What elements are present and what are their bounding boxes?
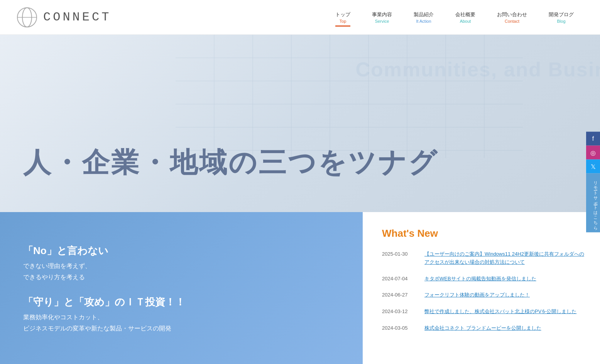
feature-desc-2-line1: 業務効率化やコストカット、 (23, 312, 340, 323)
right-panel: What's New 2025-01-30 【ユーザー向けのご案内】Window… (363, 212, 600, 364)
remote-support-button[interactable]: リモートサポートはこちら (586, 174, 600, 233)
nav-item-service[interactable]: 事業内容 Service (361, 11, 403, 24)
nav-item-blog[interactable]: 開発ブログ Blog (538, 11, 585, 24)
nav-jp-blog: 開発ブログ (549, 11, 574, 18)
hero-grid (176, 35, 523, 158)
instagram-icon: ◎ (590, 149, 596, 156)
whats-new-w: W (382, 228, 392, 239)
facebook-icon: f (592, 135, 594, 142)
facebook-button[interactable]: f (586, 132, 600, 146)
news-link-1[interactable]: 【ユーザー向けのご案内】Windows11 24H2更新後に共有フォルダへのアク… (424, 250, 585, 266)
news-item-2: 2024-07-04 キタボWEBサイトの掲載告知動画を発信しました (382, 275, 585, 283)
news-link-2[interactable]: キタボWEBサイトの掲載告知動画を発信しました (424, 275, 536, 283)
twitter-button[interactable]: 𝕏 (586, 160, 600, 174)
nav-jp-itaction: 製品紹介 (414, 11, 434, 18)
right-sidebar: f ◎ 𝕏 リモートサポートはこちら (586, 132, 600, 233)
nav-en-blog: Blog (557, 19, 565, 24)
nav-item-itaction[interactable]: 製品紹介 It Action (403, 11, 445, 24)
news-link-3[interactable]: フォークリフト体験の動画をアップしました！ (424, 291, 530, 299)
feature-title-1: 「No」と言わない (23, 244, 340, 258)
whats-new-title: What's New (382, 228, 585, 239)
hero-main-text: 人・企業・地域の三つをツナグ (23, 144, 438, 181)
logo-text: CONNECT (43, 10, 111, 24)
news-item-3: 2024-06-27 フォークリフト体験の動画をアップしました！ (382, 291, 585, 299)
news-date-2: 2024-07-04 (382, 275, 417, 281)
nav-en-service: Service (375, 19, 389, 24)
news-item-5: 2024-03-05 株式会社コネクト ブランドムービーを公開しました (382, 324, 585, 332)
twitter-icon: 𝕏 (591, 163, 596, 170)
whats-new-rest: hat's New (392, 228, 438, 239)
news-link-5[interactable]: 株式会社コネクト ブランドムービーを公開しました (424, 324, 541, 332)
news-date-5: 2024-03-05 (382, 324, 417, 331)
news-link-4[interactable]: 弊社で作成しました、株式会社スバット北上様のPVを公開しました (424, 308, 576, 316)
feature-desc-2: 業務効率化やコストカット、 ビジネスモデルの変革や新たな製品・サービスの開発 (23, 312, 340, 334)
instagram-button[interactable]: ◎ (586, 146, 600, 160)
feature-block-2: 「守り」と「攻め」のＩＴ投資！！ 業務効率化やコストカット、 ビジネスモデルの変… (23, 295, 340, 334)
news-item-4: 2024-03-12 弊社で作成しました、株式会社スバット北上様のPVを公開しま… (382, 308, 585, 316)
feature-block-1: 「No」と言わない できない理由を考えず、 できるやり方を考える (23, 244, 340, 283)
news-item-1: 2025-01-30 【ユーザー向けのご案内】Windows11 24H2更新後… (382, 250, 585, 266)
news-date-3: 2024-06-27 (382, 291, 417, 298)
nav-jp-service: 事業内容 (372, 11, 392, 18)
feature-desc-2-line2: ビジネスモデルの変革や新たな製品・サービスの開発 (23, 323, 340, 334)
nav-en-contact: Contact (505, 19, 519, 24)
nav-en-about: About (460, 19, 471, 24)
feature-desc-1-line2: できるやり方を考える (23, 272, 340, 283)
nav-en-top: Top (340, 19, 346, 24)
nav-jp-about: 会社概要 (455, 11, 475, 18)
feature-title-2: 「守り」と「攻め」のＩＴ投資！！ (23, 295, 340, 309)
news-date-4: 2024-03-12 (382, 308, 417, 314)
nav-en-itaction: It Action (416, 19, 431, 24)
logo-area: CONNECT (15, 6, 139, 29)
nav-jp-contact: お問い合わせ (497, 11, 527, 18)
nav-item-contact[interactable]: お問い合わせ Contact (486, 11, 538, 24)
feature-desc-1-line1: できない理由を考えず、 (23, 261, 340, 272)
logo-icon (15, 6, 39, 29)
nav-item-about[interactable]: 会社概要 About (445, 11, 486, 24)
content-section: 「No」と言わない できない理由を考えず、 できるやり方を考える 「守り」と「攻… (0, 212, 600, 364)
news-date-1: 2025-01-30 (382, 250, 417, 257)
nav-item-top[interactable]: トップ Top (325, 11, 361, 24)
hero-section: Communities, and Busin 人・企業・地域の三つをツナグ (0, 35, 600, 212)
main-nav: トップ Top 事業内容 Service 製品紹介 It Action 会社概要… (325, 11, 585, 24)
nav-jp-top: トップ (335, 11, 350, 18)
feature-desc-1: できない理由を考えず、 できるやり方を考える (23, 261, 340, 283)
left-panel: 「No」と言わない できない理由を考えず、 できるやり方を考える 「守り」と「攻… (0, 212, 363, 364)
header: CONNECT トップ Top 事業内容 Service 製品紹介 It Act… (0, 0, 600, 35)
